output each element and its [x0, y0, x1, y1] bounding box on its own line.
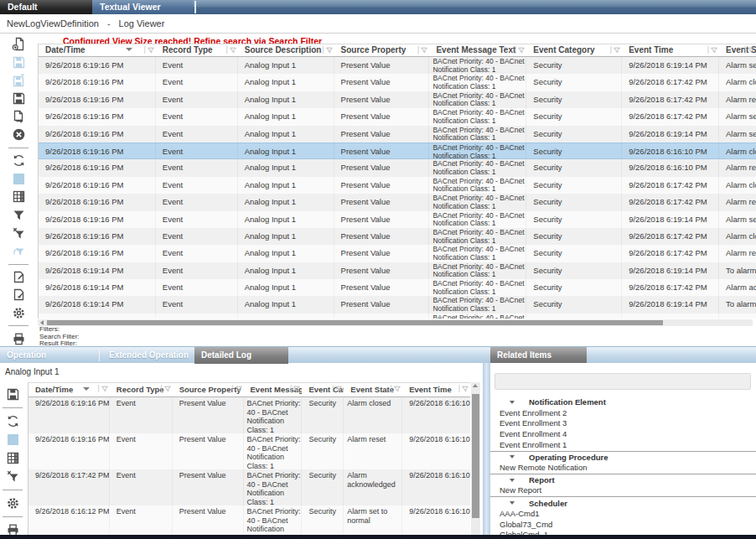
related-item[interactable]: New Remote Notification [490, 463, 756, 474]
column-header-source-property[interactable]: Source Property| [334, 44, 430, 56]
save-icon[interactable] [11, 55, 26, 70]
log-row[interactable]: 9/26/2018 6:19:16 PMEventAnalog Input 1P… [39, 228, 756, 245]
log-row[interactable]: 9/26/2018 6:19:16 PMEventAnalog Input 1P… [39, 211, 756, 228]
filter-funnel-icon[interactable] [230, 47, 236, 54]
log-row[interactable]: 9/26/2018 6:19:16 PMEventPresent ValueBA… [28, 397, 470, 433]
filter-funnel-icon[interactable] [748, 47, 754, 54]
revert-filter-icon[interactable] [11, 244, 26, 259]
horizontal-scrollbar-thumb[interactable] [47, 320, 663, 325]
filter-funnel-icon[interactable] [293, 386, 300, 392]
column-header-record-type[interactable]: Record Type| [156, 44, 238, 56]
filter-funnel-icon[interactable] [335, 386, 342, 392]
clear-filter-icon[interactable] [5, 469, 20, 484]
related-item[interactable]: New Report [490, 485, 756, 496]
filter-icon[interactable] [11, 208, 26, 223]
filter-funnel-icon[interactable] [711, 47, 717, 54]
window-tab-default[interactable]: Default [0, 0, 92, 14]
column-chooser-icon[interactable] [5, 451, 20, 465]
related-group-header-operating-procedure[interactable]: Operating Procedure [490, 451, 756, 464]
filter-funnel-icon[interactable] [236, 386, 242, 392]
column-header-event-message-text[interactable]: Event Message Text| [244, 383, 303, 396]
column-chooser-icon[interactable] [11, 189, 26, 205]
log-row[interactable]: 9/26/2018 6:19:16 PMEventAnalog Input 1P… [39, 159, 756, 176]
save-as-icon[interactable] [11, 73, 26, 88]
stop-square-icon[interactable] [5, 433, 20, 447]
log-row[interactable]: 9/26/2018 6:19:14 PMEventAnalog Input 1P… [39, 262, 756, 279]
settings-icon[interactable] [5, 496, 20, 510]
filter-funnel-icon[interactable] [148, 47, 154, 54]
log-row[interactable]: 9/26/2018 6:19:16 PMEventAnalog Input 1P… [39, 57, 756, 74]
breadcrumb-view-name[interactable]: NewLogViewDefinition [7, 18, 99, 29]
column-header-date-time[interactable]: Date/Time| [28, 383, 110, 396]
clear-filter-icon[interactable] [11, 225, 26, 241]
filter-funnel-icon[interactable] [101, 386, 108, 392]
column-header-event-time[interactable]: Event Time| [402, 383, 470, 396]
settings-icon[interactable] [11, 306, 26, 321]
column-header-event-time[interactable]: Event Time| [622, 44, 719, 56]
horizontal-scrollbar[interactable] [38, 319, 753, 326]
filter-funnel-icon[interactable] [614, 47, 620, 54]
tab-operation[interactable]: Operation [0, 347, 96, 364]
column-header-event-state[interactable]: Event State| [719, 44, 756, 56]
column-header-event-message-text[interactable]: Event Message Text| [429, 44, 526, 56]
log-cell: Present Value [334, 108, 430, 125]
log-row[interactable]: 9/26/2018 6:19:16 PMEventAnalog Input 1P… [39, 108, 756, 125]
column-header-source-property[interactable]: Source Property| [173, 383, 244, 396]
filter-funnel-icon[interactable] [394, 386, 401, 392]
tab-extended-operation[interactable]: Extended Operation [102, 347, 194, 364]
log-row[interactable]: 9/26/2018 6:19:16 PMEventPresent ValueBA… [28, 433, 470, 469]
log-row[interactable]: 9/26/2018 6:19:14 PMEventAnalog Input 1P… [39, 296, 756, 313]
filter-funnel-icon[interactable] [164, 386, 171, 392]
refresh-icon[interactable] [11, 153, 26, 168]
related-group-header-report[interactable]: Report [490, 474, 756, 486]
log-row[interactable]: 9/26/2018 6:19:16 PMEventAnalog Input 1P… [39, 245, 756, 262]
related-item[interactable]: Global73_Cmd [490, 520, 756, 531]
window-tab-textual-viewer[interactable]: Textual Viewer [92, 0, 193, 14]
column-header-event-category[interactable]: Event Category| [302, 383, 344, 396]
log-row[interactable]: 9/26/2018 6:19:16 PMEventAnalog Input 1P… [39, 143, 756, 159]
log-row[interactable]: 9/26/2018 6:19:14 PMEventAnalog Input 1P… [39, 314, 756, 319]
log-row[interactable]: 9/26/2018 6:16:12 PMEventPresent ValueBA… [28, 505, 470, 535]
column-header-date-time[interactable]: Date/Time| [39, 44, 156, 56]
column-header-source-description[interactable]: Source Description| [238, 44, 334, 56]
log-row[interactable]: 9/26/2018 6:19:16 PMEventAnalog Input 1P… [39, 126, 756, 143]
save-icon[interactable] [11, 91, 26, 106]
log-row[interactable]: 9/26/2018 6:19:16 PMEventAnalog Input 1P… [39, 194, 756, 210]
stop-square-icon[interactable] [11, 171, 26, 186]
related-group-header-notification-element[interactable]: Notification Element [490, 396, 756, 408]
filter-funnel-icon[interactable] [326, 47, 333, 54]
save-icon[interactable] [5, 387, 20, 402]
related-item[interactable]: AAA-Cmd1 [490, 509, 756, 520]
related-item[interactable]: Event Enrollment 2 [490, 408, 756, 419]
scroll-up-arrow[interactable] [473, 384, 478, 387]
edit-document-icon[interactable] [11, 270, 26, 285]
vertical-scrollbar[interactable] [471, 382, 480, 535]
refresh-icon[interactable] [5, 414, 20, 428]
related-item[interactable]: Event Enrollment 1 [490, 440, 756, 451]
log-row[interactable]: 9/26/2018 6:19:16 PMEventAnalog Input 1P… [39, 91, 756, 108]
filter-funnel-icon[interactable] [421, 47, 427, 54]
new-document-icon[interactable] [11, 37, 26, 52]
related-item[interactable]: Event Enrollment 4 [490, 429, 756, 440]
filter-funnel-icon[interactable] [518, 47, 525, 54]
column-header-event-state[interactable]: Event State| [344, 383, 402, 396]
import-document-icon[interactable] [11, 288, 26, 303]
log-row[interactable]: 9/26/2018 6:19:16 PMEventAnalog Input 1P… [39, 74, 756, 91]
log-row[interactable]: 9/26/2018 6:19:14 PMEventAnalog Input 1P… [39, 279, 756, 296]
export-document-icon[interactable] [11, 110, 26, 125]
filter-funnel-icon[interactable] [462, 386, 469, 392]
related-group-header-scheduler[interactable]: Scheduler [490, 496, 756, 509]
related-item[interactable]: Event Enrollment 3 [490, 418, 756, 429]
column-header-record-type[interactable]: Record Type| [110, 383, 173, 396]
log-row[interactable]: 9/26/2018 6:17:42 PMEventPresent ValueBA… [28, 469, 470, 505]
breadcrumb-page[interactable]: Log Viewer [119, 18, 165, 29]
tab-detailed-log[interactable]: Detailed Log [194, 347, 288, 364]
column-header-event-category[interactable]: Event Category| [526, 44, 622, 56]
tab-related-items[interactable]: Related Items [490, 347, 587, 364]
log-table-header: Date/Time|Record Type|Source Description… [39, 44, 756, 57]
log-row[interactable]: 9/26/2018 6:19:16 PMEventAnalog Input 1P… [39, 177, 756, 194]
print-icon[interactable] [11, 331, 26, 346]
panel-splitter[interactable] [483, 363, 490, 539]
vertical-scrollbar-thumb[interactable] [472, 394, 479, 518]
delete-icon[interactable] [11, 127, 26, 143]
